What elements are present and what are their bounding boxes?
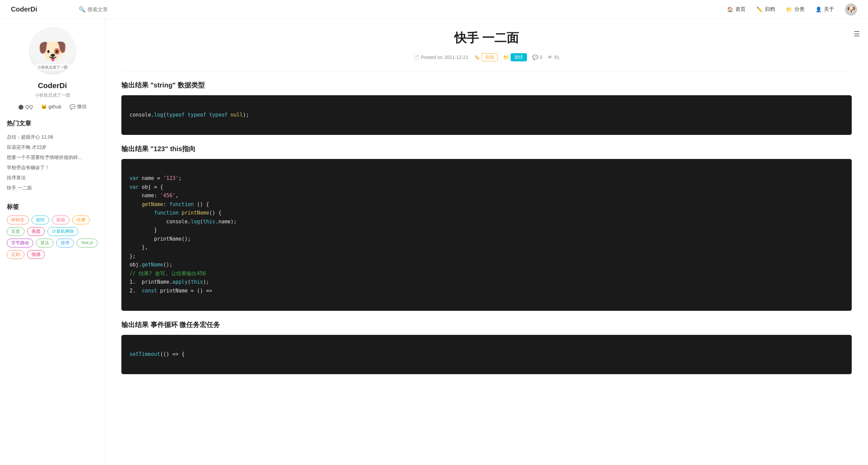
user-icon: 👤 [815,6,822,13]
nav-archive[interactable]: ✏️ 归档 [756,6,775,13]
top-nav: CoderDi 🔍 🏠 首页 ✏️ 归档 📁 分类 👤 关于 🐶 [0,0,868,19]
tag-bytedance[interactable]: 字节跳动 [7,239,33,247]
code-block-1: console.log(typeof typeof typeof null); [121,95,852,135]
section-heading-2: 输出结果 "123" this指向 [121,144,852,154]
article-tag-mianjing[interactable]: 面经 [511,53,527,61]
tags-title: 标签 [7,203,19,211]
tag-emotion[interactable]: 情感 [27,250,45,259]
nav-category[interactable]: 📁 分类 [786,6,805,13]
article-title: 快手 一二面 [121,30,852,46]
meta-comments: 💬 0 [532,55,542,60]
section-heading-1: 输出结果 "string" 数据类型 [121,81,852,90]
meta-tags: 🏷️ 前端 [474,53,498,61]
nav-home[interactable]: 🏠 首页 [727,6,746,13]
sidebar-articles: 总结：超级开心 11.06 应该还不晚 才22岁 想要一个不需要给予情绪价值的碎… [7,132,98,193]
meta-views: 👁 91 [548,55,559,60]
tag-suisunian[interactable]: 碎碎念 [7,216,29,224]
github-icon: 🐱 [41,104,47,109]
layout: 🐶 小狄狄总成了一团 CoderDi 小狄狄总成了一团 ⬤ QQ 🐱 githu… [0,19,868,465]
tag-algorithm[interactable]: 算法 [36,239,54,247]
tag-tucao[interactable]: 吐槽 [72,216,90,224]
wechat-icon: 💬 [70,104,75,109]
tag-qianduan[interactable]: 前端 [52,216,70,224]
list-item[interactable]: 排序算法 [7,173,98,183]
social-qq[interactable]: ⬤ QQ [18,104,33,110]
sidebar-social: ⬤ QQ 🐱 github 💬 微信 [18,104,86,110]
hot-articles-title: 热门文章 [7,119,31,127]
sidebar-name: CoderDi [38,81,67,90]
tag-meituan[interactable]: 美团 [27,227,45,236]
list-item[interactable]: 想要一个不需要给予情绪价值的碎... [7,153,98,163]
toc-icon[interactable]: ☰ [854,30,860,38]
list-item[interactable]: 快手 一二面 [7,183,98,193]
tag-mianjing[interactable]: 面经 [32,216,49,224]
sidebar-avatar: 🐶 小狄狄总成了一团 [29,27,76,75]
search-input[interactable] [87,6,155,12]
list-item[interactable]: 应该还不晚 才22岁 [7,142,98,153]
social-github[interactable]: 🐱 github [41,104,61,110]
search-icon: 🔍 [79,6,85,13]
avatar-caption: 小狄狄总成了一团 [29,64,76,70]
nav-about[interactable]: 👤 关于 [815,6,834,13]
nav-search: 🔍 [79,6,180,13]
section-heading-3: 输出结果 事件循环 微任务宏任务 [121,320,852,329]
article-meta: 📄 Posted on 2021-12-21 🏷️ 前端 📁 面经 💬 0 👁 … [121,53,852,61]
comment-icon: 💬 [532,55,538,60]
code-block-2: var name = '123'; var obj = { name: '456… [121,159,852,311]
tag-sort[interactable]: 排序 [56,239,74,247]
nav-logo[interactable]: CoderDi [11,5,79,13]
list-item[interactable]: 学校旁边有确诊了！ [7,163,98,173]
tag-icon: 🏷️ [474,55,480,60]
folder-icon2: 📁 [503,55,509,60]
calendar-icon: 📄 [414,55,419,60]
sidebar: 🐶 小狄狄总成了一团 CoderDi 小狄狄总成了一团 ⬤ QQ 🐱 githu… [0,19,105,465]
meta-date: 📄 Posted on 2021-12-21 [414,55,469,60]
tag-vuejs[interactable]: Vue.js [77,239,98,247]
main-content: ☰ 快手 一二面 📄 Posted on 2021-12-21 🏷️ 前端 📁 … [105,19,868,465]
meta-category: 📁 面经 [503,53,527,61]
edit-icon: ✏️ [756,6,763,13]
tags-container: 碎碎念 面经 前端 吐槽 百度 美团 计算机网络 字节跳动 算法 排序 Vue.… [7,216,98,259]
list-item[interactable]: 总结：超级开心 11.06 [7,132,98,142]
code-block-3: setTimeout(() => { [121,335,852,375]
article-tag-frontend[interactable]: 前端 [481,53,498,61]
tag-regex[interactable]: 正则 [7,250,24,259]
article-divider [121,71,852,71]
sidebar-tags: 碎碎念 面经 前端 吐槽 百度 美团 计算机网络 字节跳动 算法 排序 Vue.… [7,216,98,259]
social-wechat[interactable]: 💬 微信 [70,104,86,110]
eye-icon: 👁 [548,55,552,60]
qq-icon: ⬤ [18,104,24,109]
avatar[interactable]: 🐶 [845,3,857,16]
nav-links: 🏠 首页 ✏️ 归档 📁 分类 👤 关于 🐶 [727,3,857,16]
tag-baidu[interactable]: 百度 [7,227,24,236]
tag-network[interactable]: 计算机网络 [47,227,78,236]
home-icon: 🏠 [727,6,733,13]
folder-icon: 📁 [786,6,792,13]
sidebar-desc: 小狄狄总成了一团 [35,92,70,98]
